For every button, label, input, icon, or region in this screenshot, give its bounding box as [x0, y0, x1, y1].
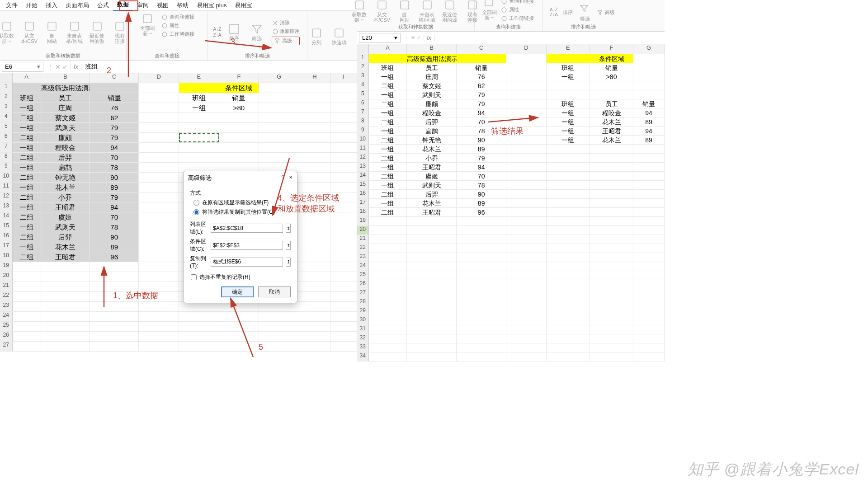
cell[interactable]: 70	[457, 117, 506, 126]
cell[interactable]	[506, 108, 546, 117]
cell[interactable]	[457, 253, 506, 262]
cell[interactable]	[590, 334, 633, 343]
table-row[interactable]: 23	[0, 302, 357, 312]
cell[interactable]	[547, 316, 590, 325]
cell[interactable]	[90, 312, 139, 321]
table-row[interactable]: 22	[357, 244, 665, 253]
cell[interactable]: 94	[90, 143, 139, 152]
cell[interactable]: 武则天	[407, 181, 457, 189]
row-header[interactable]: 17	[0, 242, 13, 252]
cell[interactable]: 班组	[369, 63, 407, 72]
cell[interactable]	[407, 289, 457, 298]
cell[interactable]: 班组	[547, 63, 590, 72]
cell[interactable]	[139, 103, 179, 113]
ribbon-icon[interactable]: 最近使 用的源	[88, 20, 107, 44]
cell[interactable]	[369, 54, 407, 63]
cell[interactable]	[506, 199, 546, 207]
cell[interactable]	[330, 312, 357, 321]
table-row[interactable]: 14二组虞姬70	[0, 212, 357, 222]
table-row[interactable]: 12二组小乔79	[357, 154, 665, 163]
table-row[interactable]: 22	[0, 292, 357, 302]
row-header[interactable]: 2	[357, 63, 369, 72]
row-header[interactable]: 14	[357, 172, 369, 180]
cell[interactable]	[457, 298, 506, 307]
cell[interactable]	[633, 316, 665, 325]
menu-tab[interactable]: 开始	[22, 0, 42, 11]
cell[interactable]: 78	[90, 163, 139, 172]
cell[interactable]	[139, 222, 179, 232]
cell[interactable]: 二组	[369, 172, 407, 180]
cell[interactable]	[13, 83, 41, 93]
cell[interactable]	[299, 312, 330, 321]
cell[interactable]	[547, 163, 590, 171]
cell[interactable]	[41, 302, 90, 311]
col-header[interactable]: C	[90, 73, 139, 83]
cell[interactable]: 二组	[13, 113, 41, 122]
cell[interactable]	[633, 307, 665, 316]
sort-button[interactable]: 排序	[561, 9, 575, 15]
table-row[interactable]: 2班组员工销量班组销量	[357, 63, 665, 72]
close-icon[interactable]: ×	[289, 174, 292, 181]
menu-tab[interactable]: 易用宝 plus	[193, 0, 231, 11]
cell[interactable]	[259, 123, 299, 132]
cell[interactable]	[407, 334, 457, 343]
cell[interactable]	[547, 298, 590, 307]
cell[interactable]	[506, 298, 546, 307]
cell[interactable]	[590, 253, 633, 262]
cell[interactable]	[13, 292, 41, 301]
cell[interactable]	[13, 282, 41, 291]
cell[interactable]: 花木兰	[590, 136, 633, 144]
row-header[interactable]: 9	[0, 163, 13, 172]
cell[interactable]: 一组	[369, 163, 407, 171]
cell[interactable]	[457, 289, 506, 298]
cell[interactable]: 94	[90, 202, 139, 212]
row-header[interactable]: 21	[0, 282, 13, 291]
cell[interactable]	[330, 292, 357, 301]
cell[interactable]	[407, 253, 457, 262]
cell[interactable]: 二组	[13, 252, 41, 262]
cell[interactable]: 后羿	[407, 190, 457, 198]
name-box[interactable]: L20▾	[359, 33, 401, 43]
cell[interactable]	[633, 352, 665, 361]
row-header[interactable]: 31	[357, 325, 369, 334]
menu-tab[interactable]: 帮助	[173, 0, 193, 11]
table-row[interactable]: 19	[0, 262, 357, 272]
cell[interactable]	[90, 332, 139, 341]
cell[interactable]	[457, 235, 506, 244]
row-header[interactable]: 13	[357, 163, 369, 171]
row-header[interactable]: 26	[357, 280, 369, 289]
row-header[interactable]: 4	[0, 113, 13, 122]
cell[interactable]	[299, 342, 330, 351]
cell[interactable]	[13, 322, 41, 331]
cell[interactable]: 销量	[633, 99, 665, 108]
table-row[interactable]: 15一组武则天78	[0, 222, 357, 232]
cell[interactable]	[547, 190, 590, 198]
row-header[interactable]: 12	[357, 154, 369, 162]
cell[interactable]	[330, 93, 357, 103]
cell[interactable]: 班组	[13, 93, 41, 103]
cell[interactable]: 一组	[369, 145, 407, 153]
table-row[interactable]: 5一组武则天79	[357, 90, 665, 99]
cell[interactable]: 二组	[13, 173, 41, 182]
table-row[interactable]: 9一组扁鹊78一组王昭君94	[357, 127, 665, 136]
table-row[interactable]: 27	[0, 342, 357, 352]
row-header[interactable]: 30	[357, 316, 369, 325]
cell[interactable]	[259, 342, 299, 351]
cell[interactable]	[547, 253, 590, 262]
cell[interactable]: 79	[90, 133, 139, 142]
col-header[interactable]: G	[633, 44, 665, 54]
cell[interactable]	[506, 99, 546, 108]
cell[interactable]	[407, 343, 457, 352]
cell[interactable]	[633, 190, 665, 198]
table-row[interactable]: 17一组花木兰89	[357, 199, 665, 208]
col-header[interactable]: I	[330, 73, 357, 83]
filter-button[interactable]: 筛选	[247, 23, 266, 41]
row-header[interactable]: 7	[357, 108, 369, 117]
formula-input[interactable]: 班组	[82, 63, 357, 71]
cell[interactable]	[407, 235, 457, 244]
cell[interactable]	[633, 325, 665, 334]
reapply-filter[interactable]: 重新应用	[272, 28, 300, 35]
cell[interactable]	[41, 312, 90, 321]
cell[interactable]	[139, 262, 179, 272]
list-range-input[interactable]	[211, 224, 283, 233]
